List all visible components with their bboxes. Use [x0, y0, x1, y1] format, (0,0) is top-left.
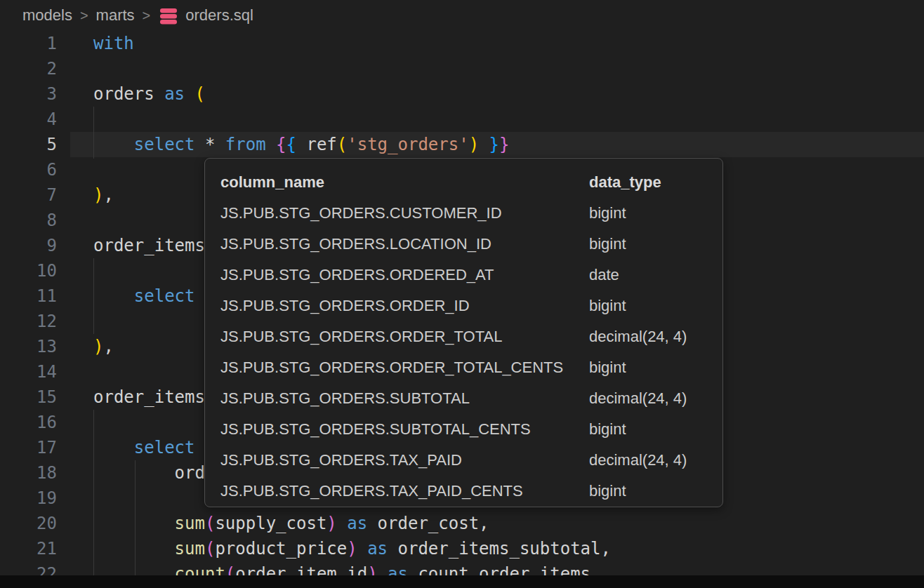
- editor-window: models > marts > orders.sql 1with23order…: [0, 0, 924, 588]
- popup-row: JS.PUB.STG_ORDERS.ORDER_IDbigint: [220, 290, 722, 321]
- popup-row: JS.PUB.STG_ORDERS.SUBTOTAL_CENTSbigint: [220, 414, 722, 445]
- code-text[interactable]: orders as (: [70, 81, 924, 107]
- gutter-line-number[interactable]: 13: [0, 334, 70, 359]
- data-type-cell: decimal(24, 4): [589, 445, 687, 476]
- data-type-cell: bigint: [589, 198, 626, 229]
- gutter-line-number[interactable]: 18: [0, 460, 70, 486]
- gutter-line-number[interactable]: 16: [0, 410, 70, 435]
- code-text[interactable]: select * from {{ ref('stg_orders') }}: [70, 132, 924, 157]
- code-line[interactable]: 1with: [0, 31, 924, 56]
- column-name-cell: JS.PUB.STG_ORDERS.ORDER_TOTAL_CENTS: [220, 359, 563, 376]
- code-line[interactable]: 3orders as (: [0, 81, 924, 107]
- code-text[interactable]: sum(product_price) as order_items_subtot…: [70, 536, 924, 561]
- popup-row: JS.PUB.STG_ORDERS.TAX_PAIDdecimal(24, 4): [220, 445, 722, 476]
- popup-row: JS.PUB.STG_ORDERS.ORDER_TOTAL_CENTSbigin…: [220, 352, 722, 383]
- popup-header-data-type: data_type: [589, 167, 661, 198]
- breadcrumb-item-marts[interactable]: marts: [96, 6, 135, 25]
- gutter-line-number[interactable]: 6: [0, 157, 70, 182]
- data-type-cell: decimal(24, 4): [589, 383, 687, 414]
- data-type-cell: bigint: [589, 229, 626, 260]
- column-name-cell: JS.PUB.STG_ORDERS.SUBTOTAL_CENTS: [220, 420, 531, 438]
- gutter-line-number[interactable]: 17: [0, 435, 70, 460]
- indent-guide: [93, 107, 94, 159]
- breadcrumb: models > marts > orders.sql: [0, 0, 924, 31]
- popup-header-row: column_name data_type: [220, 167, 722, 198]
- indent-guide: [135, 460, 136, 588]
- bottom-panel-edge: [0, 575, 924, 588]
- gutter-line-number[interactable]: 8: [0, 208, 70, 233]
- gutter-line-number[interactable]: 14: [0, 359, 70, 385]
- gutter-line-number[interactable]: 10: [0, 258, 70, 283]
- gutter-line-number[interactable]: 20: [0, 511, 70, 536]
- code-line[interactable]: 5 select * from {{ ref('stg_orders') }}: [0, 132, 924, 157]
- code-line[interactable]: 21 sum(product_price) as order_items_sub…: [0, 536, 924, 561]
- gutter-line-number[interactable]: 11: [0, 283, 70, 309]
- column-name-cell: JS.PUB.STG_ORDERS.LOCATION_ID: [220, 235, 491, 253]
- data-type-cell: bigint: [589, 352, 626, 383]
- breadcrumb-item-models[interactable]: models: [22, 6, 72, 25]
- code-text[interactable]: with: [70, 31, 924, 56]
- column-name-cell: JS.PUB.STG_ORDERS.CUSTOMER_ID: [220, 204, 502, 222]
- popup-row: JS.PUB.STG_ORDERS.ORDERED_ATdate: [220, 260, 722, 290]
- chevron-right-icon: >: [143, 8, 151, 24]
- data-type-cell: bigint: [589, 290, 626, 321]
- popup-row: JS.PUB.STG_ORDERS.ORDER_TOTALdecimal(24,…: [220, 321, 722, 352]
- column-name-cell: JS.PUB.STG_ORDERS.ORDER_ID: [220, 297, 470, 314]
- code-text[interactable]: [70, 107, 924, 132]
- code-text[interactable]: [70, 56, 924, 81]
- gutter-line-number[interactable]: 21: [0, 536, 70, 561]
- data-type-cell: bigint: [589, 414, 626, 445]
- database-icon: [159, 8, 178, 25]
- indent-guide: [93, 410, 94, 588]
- breadcrumb-file-name[interactable]: orders.sql: [185, 6, 253, 25]
- data-type-cell: decimal(24, 4): [589, 321, 687, 352]
- code-text[interactable]: sum(supply_cost) as order_cost,: [70, 511, 924, 536]
- gutter-line-number[interactable]: 12: [0, 309, 70, 334]
- code-line[interactable]: 2: [0, 56, 924, 81]
- gutter-line-number[interactable]: 15: [0, 385, 70, 410]
- popup-row: JS.PUB.STG_ORDERS.TAX_PAID_CENTSbigint: [220, 476, 722, 507]
- column-preview-popup: column_name data_type JS.PUB.STG_ORDERS.…: [204, 158, 723, 507]
- data-type-cell: bigint: [589, 476, 626, 507]
- gutter-line-number[interactable]: 9: [0, 233, 70, 258]
- popup-row: JS.PUB.STG_ORDERS.SUBTOTALdecimal(24, 4): [220, 383, 722, 414]
- gutter-line-number[interactable]: 19: [0, 486, 70, 511]
- column-name-cell: JS.PUB.STG_ORDERS.TAX_PAID_CENTS: [220, 482, 523, 500]
- gutter-line-number[interactable]: 7: [0, 182, 70, 208]
- column-name-cell: JS.PUB.STG_ORDERS.TAX_PAID: [220, 451, 462, 469]
- popup-header-column-name: column_name: [220, 173, 324, 191]
- chevron-right-icon: >: [80, 8, 88, 24]
- indent-guide: [93, 258, 94, 334]
- gutter-line-number[interactable]: 1: [0, 31, 70, 56]
- column-name-cell: JS.PUB.STG_ORDERS.ORDERED_AT: [220, 266, 494, 283]
- column-name-cell: JS.PUB.STG_ORDERS.SUBTOTAL: [220, 389, 470, 407]
- popup-row: JS.PUB.STG_ORDERS.CUSTOMER_IDbigint: [220, 198, 722, 229]
- code-line[interactable]: 4: [0, 107, 924, 132]
- gutter-line-number[interactable]: 5: [0, 132, 70, 157]
- code-line[interactable]: 20 sum(supply_cost) as order_cost,: [0, 511, 924, 536]
- popup-row: JS.PUB.STG_ORDERS.LOCATION_IDbigint: [220, 229, 722, 260]
- column-name-cell: JS.PUB.STG_ORDERS.ORDER_TOTAL: [220, 328, 502, 345]
- gutter-line-number[interactable]: 2: [0, 56, 70, 81]
- gutter-line-number[interactable]: 3: [0, 81, 70, 107]
- gutter-line-number[interactable]: 4: [0, 107, 70, 132]
- data-type-cell: date: [589, 260, 619, 290]
